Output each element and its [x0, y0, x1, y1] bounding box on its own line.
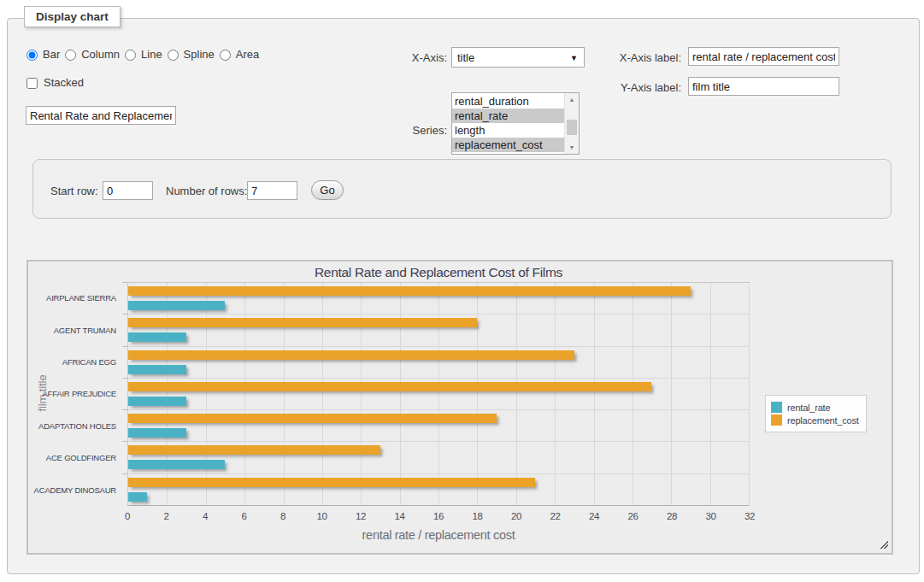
- x-axis-label-caption: X-Axis label:: [586, 50, 681, 67]
- legend-label: replacement_cost: [787, 415, 859, 426]
- x-tick-label: 16: [433, 511, 444, 521]
- series-listbox[interactable]: rental_durationrental_ratelengthreplacem…: [451, 92, 580, 155]
- radio-label-area: Area: [236, 46, 259, 63]
- x-axis-select-value: title: [457, 51, 474, 64]
- category-label: AIRPLANE SIERRA: [28, 282, 122, 314]
- bar-rental_rate: [128, 301, 225, 310]
- rows-panel: Start row: Number of rows: Go: [32, 159, 892, 219]
- category-band: [128, 442, 749, 473]
- scroll-down-icon[interactable]: ▼: [565, 141, 579, 154]
- legend-swatch-icon: [771, 402, 782, 413]
- bar-rental_rate: [128, 428, 186, 438]
- x-tick-label: 20: [511, 511, 521, 521]
- x-tick-row: 02468101214161820222426283032: [127, 511, 750, 523]
- chart-title-input[interactable]: [26, 106, 176, 125]
- legend-swatch-icon: [771, 414, 782, 426]
- x-axis-caption: X-Axis:: [350, 50, 447, 67]
- x-tick-label: 18: [472, 511, 482, 521]
- x-tick-label: 12: [356, 511, 366, 521]
- series-scrollbar[interactable]: ▲ ▼: [564, 93, 579, 154]
- bar-replacement_cost: [128, 382, 651, 391]
- category-label: ADAPTATION HOLES: [28, 410, 122, 442]
- chart-title: Rental Rate and Replacement Cost of Film…: [127, 265, 750, 280]
- x-tick-label: 14: [394, 511, 404, 521]
- bar-replacement_cost: [128, 414, 497, 423]
- x-tick-label: 24: [589, 511, 599, 521]
- chart-type-option-bar: Bar: [26, 46, 60, 63]
- x-axis-select[interactable]: title ▼: [451, 47, 585, 68]
- radio-area[interactable]: [220, 50, 231, 61]
- display-chart-panel: BarColumnLineSplineArea Stacked X-Axis: …: [7, 18, 920, 574]
- stacked-row: Stacked: [26, 75, 84, 91]
- x-tick-label: 2: [163, 511, 168, 521]
- legend-entry: replacement_cost: [771, 414, 859, 426]
- radio-line[interactable]: [125, 50, 136, 61]
- category-band: [128, 283, 749, 315]
- chart-legend: rental_ratereplacement_cost: [765, 395, 867, 432]
- category-label: AFRICAN EGG: [28, 346, 122, 378]
- x-axis-label-input[interactable]: [688, 47, 839, 66]
- radio-spline[interactable]: [168, 50, 179, 61]
- chart-type-option-area: Area: [220, 46, 259, 63]
- category-band: [128, 410, 749, 442]
- legend-entry: rental_rate: [771, 402, 859, 413]
- series-option-rental_rate[interactable]: rental_rate: [452, 109, 564, 123]
- x-tick-label: 4: [203, 511, 208, 521]
- bar-replacement_cost: [128, 445, 380, 455]
- bar-replacement_cost: [128, 286, 691, 296]
- x-tick-label: 0: [125, 511, 130, 521]
- bar-replacement_cost: [128, 350, 574, 360]
- bar-rental_rate: [128, 492, 147, 502]
- x-tick-label: 30: [705, 511, 715, 521]
- category-label: ACADEMY DINOSAUR: [28, 474, 122, 506]
- legend-label: rental_rate: [787, 403, 830, 413]
- category-label: AFFAIR PREJUDICE: [28, 378, 122, 409]
- bar-replacement_cost: [128, 318, 477, 327]
- x-tick-label: 28: [667, 511, 677, 521]
- y-axis-label-caption: Y-Axis label:: [586, 79, 681, 97]
- category-label: AGENT TRUMAN: [28, 314, 122, 345]
- x-tick-label: 6: [241, 511, 246, 521]
- chart-type-group: BarColumnLineSplineArea: [26, 47, 259, 62]
- y-axis-label-input[interactable]: [688, 77, 839, 96]
- x-tick-label: 32: [744, 511, 755, 521]
- chart-type-option-spline: Spline: [168, 46, 215, 63]
- radio-label-line: Line: [141, 46, 162, 63]
- category-band: [128, 315, 749, 346]
- category-band: [128, 347, 749, 379]
- x-axis-title: rental rate / replacement cost: [127, 528, 750, 542]
- start-row-label: Start row:: [50, 183, 98, 200]
- radio-bar[interactable]: [26, 50, 38, 61]
- radio-column[interactable]: [65, 50, 76, 61]
- number-of-rows-input[interactable]: [247, 181, 297, 200]
- bar-rental_rate: [128, 365, 186, 374]
- bar-rental_rate: [128, 460, 225, 469]
- series-caption: Series:: [367, 122, 447, 139]
- radio-label-column: Column: [81, 46, 120, 63]
- x-tick-label: 10: [316, 511, 327, 521]
- x-tick-label: 8: [280, 511, 285, 521]
- start-row-input[interactable]: [103, 181, 153, 200]
- series-options: rental_durationrental_ratelengthreplacem…: [452, 94, 564, 152]
- radio-label-bar: Bar: [43, 46, 60, 63]
- bar-replacement_cost: [128, 478, 535, 487]
- series-option-length[interactable]: length: [452, 123, 564, 138]
- plot-area: [127, 282, 750, 506]
- go-button[interactable]: Go: [311, 180, 344, 200]
- category-band: [128, 474, 749, 505]
- bar-rental_rate: [128, 397, 186, 406]
- stacked-checkbox[interactable]: [26, 78, 38, 89]
- chart-type-option-line: Line: [125, 46, 162, 63]
- scrollbar-thumb[interactable]: [567, 120, 577, 135]
- stacked-label: Stacked: [44, 74, 84, 91]
- gridline: [749, 283, 750, 505]
- series-option-replacement_cost[interactable]: replacement_cost: [452, 138, 564, 152]
- scroll-up-icon[interactable]: ▲: [565, 93, 579, 106]
- series-option-rental_duration[interactable]: rental_duration: [452, 94, 564, 109]
- fieldset-legend: Display chart: [24, 6, 121, 27]
- resize-handle-icon[interactable]: [879, 539, 888, 549]
- x-tick-label: 22: [550, 511, 560, 521]
- number-of-rows-label: Number of rows:: [166, 183, 247, 200]
- category-band: [128, 379, 749, 410]
- category-label: ACE GOLDFINGER: [28, 442, 122, 473]
